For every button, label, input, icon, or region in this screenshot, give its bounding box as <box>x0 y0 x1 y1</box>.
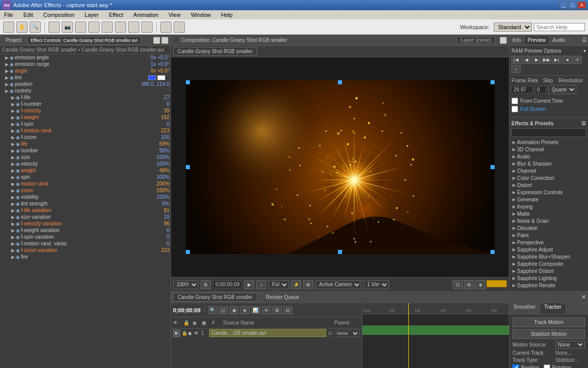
menu-composition[interactable]: Composition <box>41 11 77 18</box>
tl-lock[interactable]: 🔒 <box>182 331 188 336</box>
ep-category-item[interactable]: ▶Sapphire Composite <box>511 261 586 267</box>
close-button[interactable]: ✕ <box>578 2 586 9</box>
comp-close-btn[interactable]: ✕ <box>500 37 507 44</box>
ep-category-item[interactable]: ▶Perspective <box>511 239 586 246</box>
ep-category-item[interactable]: ▶Channel <box>511 168 586 174</box>
tab-effect-controls[interactable]: Effect Controls: Candle Grainy Shot RGB … <box>27 36 141 44</box>
ep-category-item[interactable]: ▶Sapphire Render <box>511 282 586 289</box>
effect-item[interactable]: ▶ ◉ f-weight variation 0 <box>0 227 170 234</box>
prev-frame-btn[interactable]: ◀ <box>522 56 531 64</box>
ep-category-item[interactable]: ▶Animation Presets <box>511 139 586 146</box>
handle-tl[interactable] <box>186 80 190 84</box>
prev-frame-audio[interactable]: ◄ <box>562 56 572 64</box>
ep-category-item[interactable]: ▶Expression Controls <box>511 189 586 196</box>
effect-item[interactable]: ▶ ◉ fire <box>0 254 170 260</box>
tab-info[interactable]: Info <box>509 36 525 44</box>
effect-item[interactable]: ▶ ◉ f-motion rand. variat. 0 <box>0 240 170 247</box>
tl-tab-comp[interactable]: Candle Grainy Shot RGB smaller <box>173 293 257 302</box>
effects-search[interactable] <box>511 128 586 137</box>
tab-smoother[interactable]: Smoother <box>509 303 540 314</box>
ep-category-item[interactable]: ▶Sapphire Blur+Sharpen <box>511 254 586 260</box>
effect-item[interactable]: ▶ ◉ f-zoom variation 103 <box>0 247 170 254</box>
handle-tr[interactable] <box>491 80 495 84</box>
tl-chart-btn[interactable]: 📊 <box>251 306 260 314</box>
full-screen-label[interactable]: Full Screen <box>520 106 546 112</box>
workspace-select[interactable]: Standard <box>494 22 532 32</box>
effect-item[interactable]: ▶ ◉ f-spin variation 0 <box>0 234 170 240</box>
tl-timecode[interactable]: 0;00;00;09 <box>173 307 201 313</box>
effect-item[interactable]: ▶ ◉ angle 0x +0.0° <box>0 67 170 74</box>
handle-bl[interactable] <box>186 250 190 254</box>
toolbar-rotate[interactable]: ↺ <box>48 21 60 33</box>
effect-item[interactable]: ▶ ◉ tint strength 0% <box>0 200 170 207</box>
motion-source-select[interactable]: None <box>555 341 585 349</box>
zoom-select[interactable]: 100% <box>173 280 199 289</box>
menu-edit[interactable]: Edit <box>21 11 35 18</box>
fast-preview-btn[interactable]: ⚡ <box>291 280 301 289</box>
effect-item[interactable]: ▶ ◉ zoom 150% <box>0 187 170 194</box>
frame-rate-input[interactable] <box>511 86 533 94</box>
maximize-button[interactable]: □ <box>569 2 577 9</box>
stabilize-btn[interactable]: Stabilize Motion <box>512 329 585 339</box>
ep-category-item[interactable]: ▶Obsolete <box>511 225 586 232</box>
ep-category-item[interactable]: ▶Blur & Sharpen <box>511 160 586 167</box>
toolbar-brush[interactable]: 🖌 <box>128 21 139 33</box>
tab-preview[interactable]: Preview <box>525 36 550 44</box>
ep-category-item[interactable]: ▶Sapphire Lighting <box>511 275 586 282</box>
toggle-transparency-btn[interactable]: ⊠ <box>303 280 313 289</box>
tl-collapse-btn[interactable]: ⊞ <box>273 306 282 314</box>
toolbar-extra1[interactable]: ◈ <box>160 21 172 33</box>
ep-category-item[interactable]: ▶Matte <box>511 211 586 217</box>
effect-item[interactable]: ▶ ◉ f-life 27 <box>0 94 170 101</box>
layout-select[interactable]: 1 View <box>363 280 389 289</box>
effect-item[interactable]: ▶ ◉ velocity 100% <box>0 160 170 167</box>
effect-item[interactable]: ▶ ◉ f-motion rand. 223 <box>0 127 170 134</box>
toolbar-select[interactable]: ↖ <box>3 21 14 33</box>
menu-layer[interactable]: Layer <box>83 11 101 18</box>
tl-new-comp-btn[interactable]: ◱ <box>219 306 228 314</box>
go-to-start-btn[interactable]: |◀ <box>511 56 521 64</box>
tl-add-marker-btn[interactable]: ◈ <box>240 306 250 314</box>
snap-btn[interactable]: ◈ <box>475 280 485 289</box>
guides-btn[interactable]: ⊞ <box>464 280 474 289</box>
effect-item[interactable]: ▶ ◉ number 58% <box>0 147 170 154</box>
skip-input[interactable] <box>535 86 546 94</box>
ep-category-item[interactable]: ▶Distort <box>511 182 586 189</box>
menu-animation[interactable]: Animation <box>131 11 160 18</box>
tl-motion-blur-btn[interactable]: ≋ <box>262 306 271 314</box>
rotation-checkbox[interactable] <box>544 364 550 368</box>
tl-close-btn[interactable]: ✕ <box>581 294 586 301</box>
effect-item[interactable]: ▶ ◉ rockets <box>0 87 170 94</box>
grid-btn[interactable]: ⊞ <box>201 280 211 289</box>
toolbar-camera[interactable]: 📷 <box>62 21 73 33</box>
panel-close-btn[interactable]: ✕ <box>161 37 168 44</box>
handle-mr[interactable] <box>491 165 495 169</box>
audio-btn[interactable]: ♪ <box>256 280 266 289</box>
ep-category-item[interactable]: ▶3D Channel <box>511 146 586 153</box>
tl-row-name[interactable]: Candle ...GB smaller.avi <box>209 329 326 337</box>
effect-item[interactable]: ▶ ◉ size variation 19 <box>0 214 170 220</box>
ep-category-item[interactable]: ▶Keying <box>511 203 586 210</box>
ep-category-item[interactable]: ▶Audio <box>511 153 586 160</box>
tab-project[interactable]: Project <box>2 36 25 44</box>
menu-help[interactable]: Help <box>219 11 235 18</box>
go-to-end-btn[interactable]: ▶| <box>552 56 561 64</box>
effect-item[interactable]: ▶ ◉ visibility 100% <box>0 194 170 200</box>
effect-item[interactable]: ▶ ◉ size 100% <box>0 154 170 160</box>
resolution-select[interactable]: Full <box>268 280 289 289</box>
position-checkbox[interactable] <box>512 364 519 368</box>
effect-item[interactable]: ▶ ◉ weight 48% <box>0 167 170 174</box>
handle-br[interactable] <box>491 250 495 254</box>
effect-item[interactable]: ▶ ◉ f-velocity 39 <box>0 107 170 114</box>
tl-tab-render[interactable]: Render Queue <box>261 293 304 302</box>
region-btn[interactable]: ⊡ <box>453 280 463 289</box>
toolbar-pan[interactable]: ⊕ <box>75 21 86 33</box>
toolbar-mask[interactable]: ▱ <box>88 21 100 33</box>
effect-item[interactable]: ▶ ◉ emission angle 0x +0.0° <box>0 54 170 61</box>
play-btn[interactable]: ▶ <box>244 280 254 289</box>
effect-item[interactable]: ▶ ◉ life 69% <box>0 141 170 147</box>
timecode-display[interactable]: 0;00;00;09 <box>213 281 242 288</box>
effect-item[interactable]: ▶ ◉ f-velocity variation 96 <box>0 220 170 227</box>
effect-item[interactable]: ▶ ◉ spin 100% <box>0 174 170 180</box>
parent-dropdown[interactable]: None <box>334 330 360 337</box>
